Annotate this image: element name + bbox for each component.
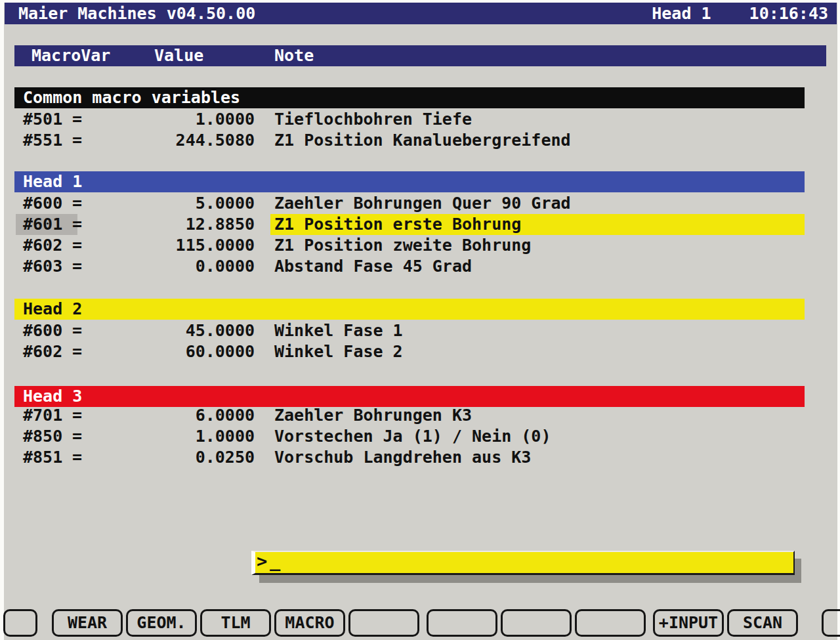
- softkey-empty-1[interactable]: [348, 609, 419, 637]
- macrovar-cell[interactable]: #600: [23, 193, 62, 214]
- note-cell: Abstand Fase 45 Grad: [274, 256, 472, 277]
- macro-row-501[interactable]: #501 = 1.0000 Tieflochbohren Tiefe: [14, 109, 805, 130]
- softkey-blank-left[interactable]: [3, 609, 37, 637]
- macro-row-602-h2[interactable]: #602 = 60.0000 Winkel Fase 2: [14, 341, 805, 362]
- note-cell: Vorstechen Ja (1) / Nein (0): [274, 426, 551, 447]
- softkey-wear[interactable]: WEAR: [52, 609, 123, 637]
- note-cell: Zaehler Bohrungen K3: [274, 405, 472, 426]
- equals-sign: =: [72, 405, 82, 426]
- note-cell: Winkel Fase 1: [274, 320, 403, 341]
- note-cell: Vorschub Langdrehen aus K3: [274, 447, 531, 468]
- macrovar-cell[interactable]: #602: [23, 341, 62, 362]
- softkey-blank-right[interactable]: [822, 609, 840, 637]
- value-cell[interactable]: 45.0000: [113, 320, 255, 341]
- equals-sign: =: [72, 341, 82, 362]
- macro-row-551[interactable]: #551 = 244.5080 Z1 Position Kanaluebergr…: [14, 130, 805, 151]
- value-cell[interactable]: 244.5080: [113, 130, 255, 151]
- softkey-bar: WEAR GEOM. TLM MACRO +INPUT SCAN: [0, 609, 840, 637]
- equals-sign: =: [72, 193, 82, 214]
- title-bar: Maier Machines v04.50.00 Head 1 10:16:43: [5, 3, 837, 24]
- value-cell[interactable]: 115.0000: [113, 235, 255, 256]
- softkey-empty-3[interactable]: [501, 609, 572, 637]
- softkey-macro[interactable]: MACRO: [274, 609, 345, 637]
- section-header-head1: Head 1: [14, 171, 805, 192]
- equals-sign: =: [72, 130, 82, 151]
- macro-row-602-h1[interactable]: #602 = 115.0000 Z1 Position zweite Bohru…: [14, 235, 805, 256]
- macro-row-601-selected[interactable]: #601 = 12.8850 Z1 Position erste Bohrung: [14, 214, 805, 235]
- macrovar-cell-cursor[interactable]: #601: [16, 214, 77, 235]
- command-bar-shadow: [259, 575, 801, 583]
- equals-sign: =: [72, 256, 82, 277]
- macro-row-603[interactable]: #603 = 0.0000 Abstand Fase 45 Grad: [14, 256, 805, 277]
- column-macrovar: MacroVar: [32, 45, 110, 66]
- macro-row-701[interactable]: #701 = 6.0000 Zaehler Bohrungen K3: [14, 405, 805, 426]
- command-input[interactable]: > _: [251, 551, 795, 575]
- section-title: Head 2: [23, 299, 82, 320]
- column-note: Note: [274, 45, 314, 66]
- softkey-plus-input[interactable]: +INPUT: [653, 609, 724, 637]
- value-cell[interactable]: 6.0000: [113, 405, 255, 426]
- section-title: Common macro variables: [23, 87, 240, 108]
- softkey-geom[interactable]: GEOM.: [126, 609, 197, 637]
- macro-row-850[interactable]: #850 = 1.0000 Vorstechen Ja (1) / Nein (…: [14, 426, 805, 447]
- column-value: Value: [154, 45, 203, 66]
- value-cell[interactable]: 60.0000: [113, 341, 255, 362]
- equals-sign: =: [72, 214, 82, 235]
- note-cell-highlight: Z1 Position erste Bohrung: [270, 214, 805, 235]
- macrovar-cell[interactable]: #603: [23, 256, 62, 277]
- equals-sign: =: [72, 109, 82, 130]
- macrovar-cell[interactable]: #501: [23, 109, 62, 130]
- caret-cursor: _: [270, 551, 280, 572]
- active-head-indicator: Head 1: [652, 3, 711, 24]
- softkey-empty-4[interactable]: [575, 609, 646, 637]
- value-cell[interactable]: 5.0000: [113, 193, 255, 214]
- note-cell: Z1 Position Kanaluebergreifend: [274, 130, 571, 151]
- macro-row-851[interactable]: #851 = 0.0250 Vorschub Langdrehen aus K3: [14, 447, 805, 468]
- note-cell: Zaehler Bohrungen Quer 90 Grad: [274, 193, 571, 214]
- value-cell[interactable]: 1.0000: [113, 109, 255, 130]
- macrovar-cell[interactable]: #551: [23, 130, 62, 151]
- macrovar-cell[interactable]: #602: [23, 235, 62, 256]
- note-cell: Winkel Fase 2: [274, 341, 403, 362]
- softkey-empty-2[interactable]: [427, 609, 497, 637]
- crt-screen: Maier Machines v04.50.00 Head 1 10:16:43…: [0, 0, 840, 640]
- section-title: Head 1: [23, 171, 82, 192]
- macro-row-600-h2[interactable]: #600 = 45.0000 Winkel Fase 1: [14, 320, 805, 341]
- prompt-icon: >: [257, 551, 267, 572]
- softkey-scan[interactable]: SCAN: [727, 609, 798, 637]
- softkey-tlm[interactable]: TLM: [200, 609, 271, 637]
- equals-sign: =: [72, 426, 82, 447]
- macro-row-600-h1[interactable]: #600 = 5.0000 Zaehler Bohrungen Quer 90 …: [14, 193, 805, 214]
- section-title: Head 3: [23, 386, 82, 407]
- macrovar-cell[interactable]: #850: [23, 426, 62, 447]
- app-title: Maier Machines v04.50.00: [18, 3, 255, 24]
- clock: 10:16:43: [749, 3, 828, 24]
- table-header: MacroVar Value Note: [14, 45, 826, 66]
- macrovar-cell[interactable]: #851: [23, 447, 62, 468]
- value-cell[interactable]: 0.0000: [113, 256, 255, 277]
- section-header-common: Common macro variables: [14, 87, 805, 108]
- equals-sign: =: [72, 235, 82, 256]
- note-cell: Z1 Position zweite Bohrung: [274, 235, 531, 256]
- equals-sign: =: [72, 447, 82, 468]
- macrovar-cell[interactable]: #701: [23, 405, 62, 426]
- note-cell: Tieflochbohren Tiefe: [274, 109, 472, 130]
- section-header-head2: Head 2: [14, 299, 805, 320]
- section-header-head3: Head 3: [14, 386, 805, 407]
- equals-sign: =: [72, 320, 82, 341]
- value-cell[interactable]: 12.8850: [113, 214, 255, 235]
- value-cell[interactable]: 0.0250: [113, 447, 255, 468]
- command-bar-shadow: [795, 559, 801, 583]
- value-cell[interactable]: 1.0000: [113, 426, 255, 447]
- macrovar-cell[interactable]: #600: [23, 320, 62, 341]
